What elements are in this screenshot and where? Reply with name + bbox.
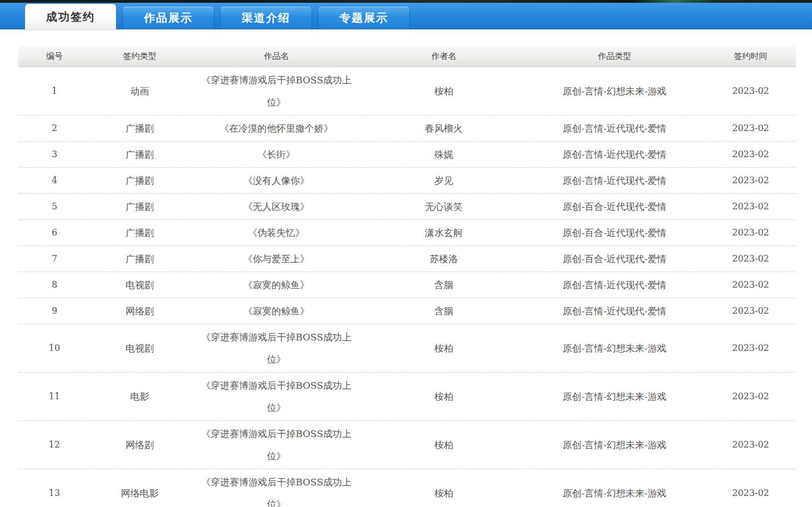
sign-type-cell: 电视剧 bbox=[91, 324, 189, 372]
row-number-cell: 1 bbox=[18, 67, 91, 115]
work-name-text: 《穿进赛博游戏后干掉BOSS成功上位》 bbox=[201, 374, 352, 419]
tab-label: 专题展示 bbox=[339, 11, 388, 26]
work-name-text: 《长街》 bbox=[258, 143, 295, 165]
work-name-cell: 《长街》 bbox=[189, 142, 364, 167]
sign-time-cell: 2023-02 bbox=[705, 324, 796, 372]
author-name-cell: 桉柏 bbox=[364, 324, 524, 372]
table-row: 2 广播剧 《在冷漠的他怀里撒个娇》 春风榴火 原创-言情-近代现代-爱情 20… bbox=[18, 116, 796, 142]
sign-type-cell: 广播剧 bbox=[91, 116, 189, 141]
work-type-cell: 原创-言情-近代现代-爱情 bbox=[524, 272, 705, 298]
table-row: 9 网络剧 《寂寞的鲸鱼》 含胭 原创-言情-近代现代-爱情 2023-02 bbox=[18, 298, 796, 324]
work-type-cell: 原创-言情-近代现代-爱情 bbox=[524, 298, 705, 324]
tab[interactable]: 成功签约 bbox=[25, 4, 116, 29]
work-name-cell: 《伪装失忆》 bbox=[189, 220, 364, 245]
author-name-cell: 桉柏 bbox=[364, 469, 524, 507]
row-number-cell: 12 bbox=[18, 421, 91, 469]
author-name-cell: 殊娓 bbox=[364, 142, 524, 167]
work-name-cell: 《你与爱至上》 bbox=[189, 246, 364, 272]
table-row: 8 电视剧 《寂寞的鲸鱼》 含胭 原创-言情-近代现代-爱情 2023-02 bbox=[18, 272, 796, 298]
row-number-cell: 13 bbox=[18, 469, 91, 507]
author-name-cell: 桉柏 bbox=[364, 373, 524, 420]
tab-label: 渠道介绍 bbox=[242, 11, 290, 26]
author-name-cell: 潇水玄舸 bbox=[364, 220, 524, 245]
sign-time-cell: 2023-02 bbox=[705, 142, 796, 167]
work-name-text: 《穿进赛博游戏后干掉BOSS成功上位》 bbox=[201, 423, 352, 467]
column-header: 作品类型 bbox=[524, 46, 705, 67]
author-name-cell: 春风榴火 bbox=[364, 116, 524, 141]
sign-time-cell: 2023-02 bbox=[705, 421, 796, 469]
sign-type-cell: 广播剧 bbox=[91, 168, 189, 193]
table-row: 4 广播剧 《没有人像你》 岁见 原创-言情-近代现代-爱情 2023-02 bbox=[18, 168, 796, 194]
tab[interactable]: 渠道介绍 bbox=[220, 7, 312, 29]
table-row: 1 动画 《穿进赛博游戏后干掉BOSS成功上位》 桉柏 原创-言情-幻想未来-游… bbox=[18, 67, 796, 116]
table-row: 10 电视剧 《穿进赛博游戏后干掉BOSS成功上位》 桉柏 原创-言情-幻想未来… bbox=[18, 324, 796, 373]
work-name-text: 《寂寞的鲸鱼》 bbox=[243, 274, 309, 296]
author-name-cell: 无心谈笑 bbox=[364, 194, 524, 219]
sign-time-cell: 2023-02 bbox=[705, 168, 796, 193]
work-name-text: 《伪装失忆》 bbox=[248, 222, 305, 244]
column-header: 签约类型 bbox=[91, 46, 189, 67]
sign-time-cell: 2023-02 bbox=[705, 67, 796, 115]
work-type-cell: 原创-言情-近代现代-爱情 bbox=[524, 168, 705, 193]
work-name-cell: 《穿进赛博游戏后干掉BOSS成功上位》 bbox=[189, 421, 364, 469]
row-number-cell: 2 bbox=[18, 116, 91, 141]
sign-type-cell: 广播剧 bbox=[91, 246, 189, 272]
sign-time-cell: 2023-02 bbox=[705, 373, 796, 420]
tab[interactable]: 作品展示 bbox=[123, 7, 214, 29]
work-name-text: 《穿进赛博游戏后干掉BOSS成功上位》 bbox=[201, 69, 352, 113]
work-type-cell: 原创-言情-近代现代-爱情 bbox=[524, 142, 705, 167]
tab[interactable]: 专题展示 bbox=[318, 7, 409, 29]
work-name-cell: 《穿进赛博游戏后干掉BOSS成功上位》 bbox=[189, 67, 364, 115]
work-type-cell: 原创-言情-近代现代-爱情 bbox=[524, 116, 705, 141]
work-type-cell: 原创-百合-近代现代-爱情 bbox=[524, 220, 705, 245]
author-name-cell: 桉柏 bbox=[364, 67, 524, 115]
table-row: 11 电影 《穿进赛博游戏后干掉BOSS成功上位》 桉柏 原创-言情-幻想未来-… bbox=[18, 373, 796, 421]
work-type-cell: 原创-言情-幻想未来-游戏 bbox=[524, 469, 705, 507]
table-row: 5 广播剧 《无人区玫瑰》 无心谈笑 原创-百合-近代现代-爱情 2023-02 bbox=[18, 194, 796, 220]
work-name-text: 《没有人像你》 bbox=[243, 169, 309, 192]
sign-time-cell: 2023-02 bbox=[705, 272, 796, 298]
table-row: 12 网络剧 《穿进赛博游戏后干掉BOSS成功上位》 桉柏 原创-言情-幻想未来… bbox=[18, 421, 796, 469]
author-name-cell: 苏楼洛 bbox=[364, 246, 524, 272]
work-name-cell: 《在冷漠的他怀里撒个娇》 bbox=[189, 116, 364, 141]
row-number-cell: 7 bbox=[18, 246, 91, 272]
work-name-text: 《你与爱至上》 bbox=[243, 248, 309, 270]
sign-type-cell: 动画 bbox=[91, 67, 189, 115]
row-number-cell: 6 bbox=[18, 220, 91, 245]
work-type-cell: 原创-言情-幻想未来-游戏 bbox=[524, 373, 705, 420]
column-header: 作品名 bbox=[189, 46, 364, 67]
work-name-text: 《穿进赛博游戏后干掉BOSS成功上位》 bbox=[201, 326, 352, 370]
sign-time-cell: 2023-02 bbox=[705, 246, 796, 272]
column-header: 作者名 bbox=[364, 46, 524, 67]
work-type-cell: 原创-百合-近代现代-爱情 bbox=[524, 246, 705, 272]
sign-type-cell: 网络电影 bbox=[91, 469, 189, 507]
table-row: 3 广播剧 《长街》 殊娓 原创-言情-近代现代-爱情 2023-02 bbox=[18, 142, 796, 168]
column-header: 编号 bbox=[18, 46, 91, 67]
row-number-cell: 9 bbox=[18, 298, 91, 324]
row-number-cell: 10 bbox=[18, 324, 91, 372]
row-number-cell: 11 bbox=[18, 373, 91, 420]
work-name-cell: 《穿进赛博游戏后干掉BOSS成功上位》 bbox=[189, 324, 364, 372]
column-header: 签约时间 bbox=[705, 46, 796, 67]
row-number-cell: 5 bbox=[18, 194, 91, 219]
sign-type-cell: 广播剧 bbox=[91, 194, 189, 219]
author-name-cell: 含胭 bbox=[364, 272, 524, 298]
sign-type-cell: 网络剧 bbox=[91, 298, 189, 324]
tab-label: 作品展示 bbox=[144, 11, 193, 26]
content-area: 编号 签约类型 作品名 作者名 作品类型 签约时间 1 动画 《穿进赛博游戏后干… bbox=[0, 29, 812, 507]
sign-time-cell: 2023-02 bbox=[705, 469, 796, 507]
table-row: 7 广播剧 《你与爱至上》 苏楼洛 原创-百合-近代现代-爱情 2023-02 bbox=[18, 246, 796, 272]
sign-time-cell: 2023-02 bbox=[705, 220, 796, 245]
author-name-cell: 岁见 bbox=[364, 168, 524, 193]
sign-time-cell: 2023-02 bbox=[705, 298, 796, 324]
row-number-cell: 4 bbox=[18, 168, 91, 193]
work-name-cell: 《无人区玫瑰》 bbox=[189, 194, 364, 219]
row-number-cell: 3 bbox=[18, 142, 91, 167]
work-type-cell: 原创-言情-幻想未来-游戏 bbox=[524, 324, 705, 372]
table-header-row: 编号 签约类型 作品名 作者名 作品类型 签约时间 bbox=[18, 46, 796, 67]
sign-time-cell: 2023-02 bbox=[705, 116, 796, 141]
sign-type-cell: 网络剧 bbox=[91, 421, 189, 469]
work-name-cell: 《穿进赛博游戏后干掉BOSS成功上位》 bbox=[189, 469, 364, 507]
work-name-cell: 《寂寞的鲸鱼》 bbox=[189, 298, 364, 324]
sign-time-cell: 2023-02 bbox=[705, 194, 796, 219]
